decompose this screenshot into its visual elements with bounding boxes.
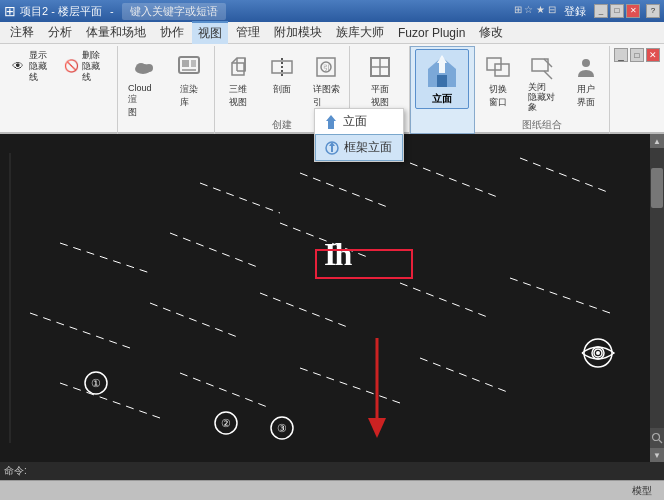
menu-manage[interactable]: 管理 — [230, 22, 266, 43]
ribbon-close-btn[interactable]: ✕ — [646, 48, 660, 62]
menu-collaborate[interactable]: 协作 — [154, 22, 190, 43]
ribbon-group-visibility: 👁 显示隐藏线 🚫 删除隐藏线 — [0, 46, 118, 134]
section-label: 剖面 — [273, 83, 291, 96]
menu-bar: 注释 分析 体量和场地 协作 视图 管理 附加模块 族库大师 Fuzor Plu… — [0, 22, 664, 44]
scrollbar-thumb[interactable] — [651, 168, 663, 208]
title-bar-left: ⊞ 项目2 - 楼层平面 - 键入关键字或短语 — [4, 3, 514, 20]
zoom-icon[interactable] — [650, 428, 664, 448]
dropdown-item-framed-elevation[interactable]: 框架立面 — [315, 134, 403, 161]
scroll-up-btn[interactable]: ▲ — [650, 134, 664, 148]
svg-line-60 — [659, 440, 662, 443]
ribbon-elevation-items: 立面 — [415, 49, 469, 131]
svg-line-30 — [200, 183, 280, 213]
svg-line-32 — [410, 163, 500, 198]
ribbon-group-cloud: Cloud 渲图 渲染库 — [118, 46, 215, 134]
title-text: 项目2 - 楼层平面 — [20, 4, 102, 19]
svg-line-34 — [60, 243, 150, 273]
menu-modify[interactable]: 修改 — [473, 22, 509, 43]
eye-icon: 👁 — [10, 57, 27, 75]
vertical-scrollbar[interactable]: ▲ ▼ — [650, 134, 664, 462]
elevation-arrow-icon — [323, 114, 339, 130]
menu-fuzor[interactable]: Fuzor Plugin — [392, 24, 471, 42]
3d-view-icon — [222, 51, 254, 83]
show-hide-label: 显示隐藏线 — [29, 50, 54, 82]
app-icon: ⊞ — [4, 3, 16, 19]
render-gallery-btn[interactable]: 渲染库 — [169, 48, 210, 112]
svg-line-37 — [30, 313, 130, 348]
close-button[interactable]: ✕ — [626, 4, 640, 18]
menu-view[interactable]: 视图 — [192, 21, 228, 44]
user-view-btn[interactable]: 用户界面 — [565, 48, 607, 112]
svg-point-2 — [145, 64, 153, 72]
svg-line-38 — [150, 303, 240, 338]
section-btn[interactable]: 剖面 — [261, 48, 303, 99]
framed-elevation-icon — [324, 140, 340, 156]
canvas-area[interactable]: ① ② ③ Ih ▲ ▼ — [0, 134, 664, 462]
svg-line-25 — [544, 71, 552, 79]
minimize-button[interactable]: _ — [594, 4, 608, 18]
show-hide-lines-btn[interactable]: 👁 显示隐藏线 — [6, 48, 58, 84]
3d-view-btn[interactable]: 三维视图 — [217, 48, 259, 112]
title-separator: - — [110, 5, 114, 17]
ribbon-restore-btn[interactable]: □ — [630, 48, 644, 62]
remove-hide-label: 删除隐藏线 — [82, 50, 107, 82]
svg-point-26 — [582, 59, 590, 67]
title-bar-icons: ⊞ ☆ ★ ⊟ 登録 _ □ ✕ ? — [514, 4, 660, 19]
scroll-down-btn[interactable]: ▼ — [650, 448, 664, 462]
3d-view-label: 三维视图 — [229, 83, 247, 109]
close-hidden-icon — [526, 51, 558, 83]
ribbon-window-controls: _ □ ✕ — [610, 46, 664, 134]
search-placeholder[interactable]: 键入关键字或短语 — [122, 3, 226, 20]
login-btn[interactable]: 登録 — [564, 4, 586, 19]
svg-line-42 — [60, 383, 160, 418]
maximize-button[interactable]: □ — [610, 4, 624, 18]
dropdown-label-framed: 框架立面 — [344, 139, 392, 156]
svg-line-44 — [300, 368, 400, 403]
cloud-render-label: Cloud 渲图 — [128, 83, 161, 119]
switch-icon — [482, 51, 514, 83]
svg-line-43 — [180, 373, 270, 408]
svg-marker-47 — [368, 418, 386, 438]
eye-slash-icon: 🚫 — [64, 57, 81, 75]
dropdown-item-elevation[interactable]: 立面 — [315, 109, 403, 134]
svg-rect-5 — [191, 60, 196, 67]
menu-analysis[interactable]: 分析 — [42, 22, 78, 43]
scrollbar-track[interactable] — [650, 148, 664, 428]
menu-massing[interactable]: 体量和场地 — [80, 22, 152, 43]
floor-plan-label: 平面视图 — [371, 83, 389, 109]
remove-hide-lines-btn[interactable]: 🚫 删除隐藏线 — [60, 48, 112, 84]
switch-window-btn[interactable]: 切换窗口 — [477, 48, 519, 112]
cloud-render-btn[interactable]: Cloud 渲图 — [123, 48, 166, 122]
svg-line-35 — [170, 233, 260, 268]
title-bar: ⊞ 项目2 - 楼层平面 - 键入关键字或短语 ⊞ ☆ ★ ⊟ 登録 _ □ ✕… — [0, 0, 664, 22]
detail-index-label: 详图索引 — [313, 83, 340, 109]
svg-marker-29 — [329, 142, 335, 152]
menu-family-lib[interactable]: 族库大师 — [330, 22, 390, 43]
svg-line-40 — [400, 283, 490, 318]
status-bar: 模型 — [0, 480, 664, 500]
menu-annotation[interactable]: 注释 — [4, 22, 40, 43]
elevation-btn[interactable]: 立面 — [415, 49, 469, 109]
elevation-dropdown: 立面 框架立面 — [314, 108, 404, 162]
svg-line-31 — [300, 173, 390, 208]
dropdown-label-elevation: 立面 — [343, 113, 367, 130]
command-bar: 命令: — [0, 462, 664, 480]
ribbon-create-items: 三维视图 剖面 — [217, 48, 347, 116]
ribbon-minimize-btn[interactable]: _ — [614, 48, 628, 62]
svg-marker-27 — [326, 115, 336, 129]
menu-addons[interactable]: 附加模块 — [268, 22, 328, 43]
detail-index-btn[interactable]: 引 详图索引 — [305, 48, 347, 112]
ribbon-visibility-items: 👁 显示隐藏线 🚫 删除隐藏线 — [6, 48, 111, 132]
svg-text:引: 引 — [323, 64, 330, 71]
svg-text:②: ② — [221, 417, 231, 429]
svg-point-59 — [653, 434, 660, 441]
sheet-group-label: 图纸组合 — [522, 118, 562, 132]
floor-plan-btn[interactable]: 平面视图 — [359, 48, 401, 112]
close-hidden-btn[interactable]: 关闭隐藏对象 — [521, 48, 563, 116]
canvas-label-ih: Ih — [324, 236, 350, 273]
toolbar-icons: ⊞ ☆ ★ ⊟ — [514, 4, 556, 19]
svg-line-45 — [420, 358, 510, 393]
help-button[interactable]: ? — [646, 4, 660, 18]
svg-rect-4 — [182, 60, 189, 67]
switch-window-label: 切换窗口 — [489, 83, 507, 109]
